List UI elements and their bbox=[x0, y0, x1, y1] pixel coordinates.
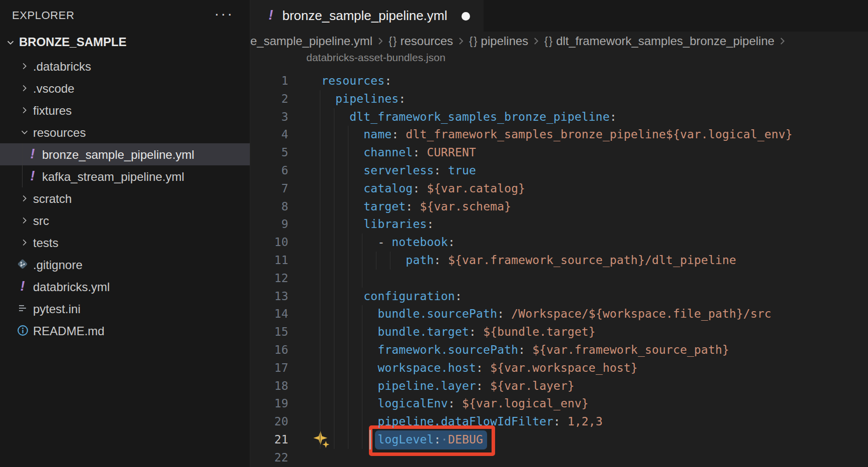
indent-guide bbox=[320, 341, 320, 359]
code-editor[interactable]: 1resources:2 pipelines:3 dlt_framework_s… bbox=[250, 72, 868, 467]
breadcrumb-separator-icon bbox=[779, 36, 786, 47]
indent-guide bbox=[320, 215, 320, 233]
line-number[interactable]: 15 bbox=[250, 323, 288, 341]
line-number[interactable]: 4 bbox=[250, 126, 288, 144]
tree-item-label: .vscode bbox=[33, 82, 75, 96]
line-number[interactable]: 20 bbox=[250, 413, 288, 431]
code-line-8[interactable]: 8 target: ${var.schema} bbox=[250, 198, 868, 216]
line-number[interactable]: 13 bbox=[250, 288, 288, 306]
indent-guide bbox=[320, 377, 320, 395]
code-text: name: dlt_framework_samples_bronze_pipel… bbox=[321, 126, 792, 144]
breadcrumb-label: pipelines bbox=[481, 34, 529, 48]
modified-dot-icon[interactable] bbox=[462, 12, 470, 21]
line-number[interactable]: 8 bbox=[250, 198, 288, 216]
code-line-18[interactable]: 18 pipeline.layer: ${var.layer} bbox=[250, 377, 868, 395]
tree-file--gitignore[interactable]: .gitignore bbox=[0, 254, 250, 276]
code-text: resources: bbox=[321, 72, 392, 90]
code-line-16[interactable]: 16 framework.sourcePath: ${var.framework… bbox=[250, 341, 868, 359]
indent-guide bbox=[320, 198, 320, 216]
line-number[interactable]: 1 bbox=[250, 72, 288, 90]
tree-file-kafka-stream-pipeline-yml[interactable]: !kafka_stream_pipeline.yml bbox=[0, 165, 250, 187]
breadcrumb-item-2[interactable]: { }pipelines bbox=[469, 34, 528, 48]
tree-folder-tests[interactable]: tests bbox=[0, 231, 250, 254]
tree-item-label: tests bbox=[33, 236, 59, 250]
tree-item-label: .gitignore bbox=[33, 258, 83, 272]
code-line-6[interactable]: 6 serverless: true bbox=[250, 162, 868, 180]
line-number[interactable]: 16 bbox=[250, 341, 288, 359]
tree-file-bronze-sample-pipeline-yml[interactable]: !bronze_sample_pipeline.yml bbox=[0, 143, 250, 165]
tree-folder--databricks[interactable]: .databricks bbox=[0, 55, 250, 77]
code-line-12[interactable]: 12 bbox=[250, 270, 868, 288]
tree-folder-src[interactable]: src bbox=[0, 209, 250, 231]
indent-guide bbox=[320, 108, 320, 126]
object-symbol-icon: { } bbox=[469, 35, 478, 48]
code-text: logLevel:·DEBUG bbox=[321, 431, 483, 449]
tree-file-databricks-yml[interactable]: !databricks.yml bbox=[0, 276, 250, 298]
code-line-20[interactable]: 20 pipeline.dataFlowIdFilter: 1,2,3 bbox=[250, 413, 868, 431]
line-number[interactable]: 10 bbox=[250, 233, 288, 252]
code-line-15[interactable]: 15 bundle.target: ${bundle.target} bbox=[250, 323, 868, 341]
code-text: serverless: true bbox=[321, 162, 476, 180]
code-line-13[interactable]: 13 configuration: bbox=[250, 288, 868, 306]
code-line-5[interactable]: 5 channel: CURRENT bbox=[250, 144, 868, 162]
code-line-10[interactable]: 10 - notebook: bbox=[250, 233, 868, 252]
tree-folder-resources[interactable]: resources bbox=[0, 121, 250, 143]
indent-guide bbox=[362, 270, 362, 288]
workspace-root-row[interactable]: BRONZE_SAMPLE bbox=[0, 31, 250, 53]
code-line-2[interactable]: 2 pipelines: bbox=[250, 90, 868, 108]
tree-item-label: kafka_stream_pipeline.yml bbox=[42, 170, 184, 184]
line-number[interactable]: 9 bbox=[250, 215, 288, 233]
indent-guide bbox=[320, 359, 320, 377]
code-text: framework.sourcePath: ${var.framework_so… bbox=[321, 341, 729, 359]
code-line-21[interactable]: 21 logLevel:·DEBUG bbox=[250, 431, 868, 449]
tree-folder-fixtures[interactable]: fixtures bbox=[0, 99, 250, 121]
code-line-11[interactable]: 11 path: ${var.framework_source_path}/dl… bbox=[250, 252, 868, 270]
code-line-4[interactable]: 4 name: dlt_framework_samples_bronze_pip… bbox=[250, 126, 868, 144]
tree-file-readme-md[interactable]: README.md bbox=[0, 320, 250, 342]
line-number[interactable]: 7 bbox=[250, 180, 288, 198]
line-number[interactable]: 18 bbox=[250, 377, 288, 395]
warning-icon: ! bbox=[16, 280, 29, 293]
code-line-7[interactable]: 7 catalog: ${var.catalog} bbox=[250, 180, 868, 198]
code-text: workspace.host: ${var.workspace_host} bbox=[321, 359, 638, 377]
line-number[interactable]: 5 bbox=[250, 144, 288, 162]
code-line-17[interactable]: 17 workspace.host: ${var.workspace_host} bbox=[250, 359, 868, 377]
code-line-9[interactable]: 9 libraries: bbox=[250, 215, 868, 233]
indent-guide bbox=[348, 270, 348, 288]
selection-highlight: logLevel:·DEBUG bbox=[375, 430, 487, 449]
line-number[interactable]: 21 bbox=[250, 431, 288, 449]
breadcrumb-item-1[interactable]: { }resources bbox=[388, 34, 453, 48]
line-number[interactable]: 14 bbox=[250, 305, 288, 323]
tree-folder-scratch[interactable]: scratch bbox=[0, 187, 250, 209]
code-text: - notebook: bbox=[321, 233, 455, 252]
chevron-right-icon bbox=[19, 193, 30, 204]
breadcrumb-separator-icon bbox=[377, 36, 384, 47]
tab-bar: ! bronze_sample_pipeline.yml bbox=[250, 0, 868, 32]
tree-folder--vscode[interactable]: .vscode bbox=[0, 77, 250, 99]
tree-item-label: README.md bbox=[33, 324, 105, 338]
tab-bronze-sample-pipeline[interactable]: ! bronze_sample_pipeline.yml bbox=[250, 0, 484, 32]
code-line-19[interactable]: 19 logicalEnv: ${var.logical_env} bbox=[250, 395, 868, 413]
line-number[interactable]: 3 bbox=[250, 108, 288, 126]
code-line-1[interactable]: 1resources: bbox=[250, 72, 868, 90]
line-number[interactable]: 12 bbox=[250, 270, 288, 288]
line-number[interactable]: 2 bbox=[250, 90, 288, 108]
line-number[interactable]: 22 bbox=[250, 449, 288, 467]
code-line-14[interactable]: 14 bundle.sourcePath: /Workspace/${works… bbox=[250, 305, 868, 323]
indent-guide bbox=[320, 413, 320, 431]
line-number[interactable]: 19 bbox=[250, 395, 288, 413]
indent-guide bbox=[320, 144, 320, 162]
breadcrumb-item-3[interactable]: { }dlt_framework_samples_bronze_pipeline bbox=[544, 34, 774, 48]
code-text: channel: CURRENT bbox=[321, 144, 476, 162]
line-number[interactable]: 6 bbox=[250, 162, 288, 180]
tree-item-label: scratch bbox=[33, 192, 72, 206]
indent-guide bbox=[320, 431, 320, 449]
code-line-3[interactable]: 3 dlt_framework_samples_bronze_pipeline: bbox=[250, 108, 868, 126]
code-text: bundle.sourcePath: /Workspace/${workspac… bbox=[321, 305, 771, 323]
code-line-22[interactable]: 22 bbox=[250, 449, 868, 467]
line-number[interactable]: 11 bbox=[250, 252, 288, 270]
breadcrumb-item-0[interactable]: e_sample_pipeline.yml bbox=[250, 34, 372, 48]
line-number[interactable]: 17 bbox=[250, 359, 288, 377]
more-actions-icon[interactable]: ··· bbox=[214, 5, 234, 22]
tree-file-pytest-ini[interactable]: pytest.ini bbox=[0, 298, 250, 320]
